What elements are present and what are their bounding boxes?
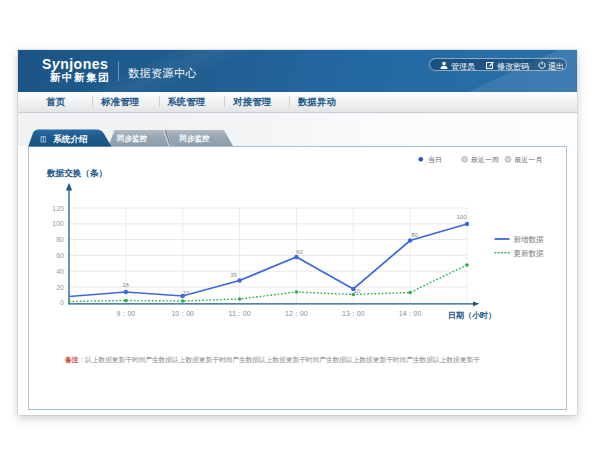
svg-text:系统介绍: 系统介绍: [52, 134, 88, 144]
svg-text:更新数据: 更新数据: [514, 249, 545, 258]
svg-text:10: 10: [354, 288, 361, 294]
svg-text:数据交换（条）: 数据交换（条）: [46, 168, 107, 178]
svg-text:20: 20: [56, 284, 64, 291]
svg-text:11：00: 11：00: [229, 310, 251, 317]
svg-text:10: 10: [183, 290, 190, 296]
svg-text:14：00: 14：00: [399, 310, 422, 317]
svg-text:当日: 当日: [428, 156, 442, 164]
svg-text:日期（小时）: 日期（小时）: [448, 311, 496, 320]
svg-text:40: 40: [56, 268, 64, 275]
svg-text:100: 100: [52, 220, 64, 227]
svg-text:120: 120: [52, 205, 64, 212]
svg-text:0: 0: [60, 299, 64, 306]
svg-text:100: 100: [456, 214, 467, 220]
svg-text:最近一月: 最近一月: [514, 156, 542, 164]
svg-text:80: 80: [56, 236, 64, 243]
svg-text:同步监控: 同步监控: [180, 134, 211, 143]
svg-text:9：00: 9：00: [117, 310, 136, 317]
svg-text:60: 60: [296, 249, 303, 255]
svg-text:10：00: 10：00: [171, 310, 194, 317]
svg-text:最近一周: 最近一周: [471, 156, 499, 163]
svg-text:60: 60: [56, 252, 64, 259]
svg-text:35: 35: [230, 272, 237, 278]
svg-text:12：00: 12：00: [285, 310, 308, 317]
svg-text:13：00: 13：00: [342, 310, 365, 317]
svg-text:新增数据: 新增数据: [514, 235, 545, 244]
svg-text:同步监控: 同步监控: [117, 134, 148, 143]
svg-text:18: 18: [122, 282, 129, 288]
svg-text:80: 80: [411, 232, 418, 238]
